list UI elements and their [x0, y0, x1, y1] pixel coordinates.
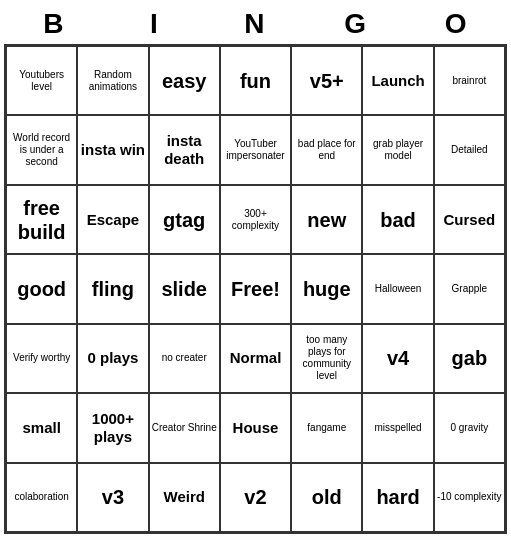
- cell-r3-c4: huge: [291, 254, 362, 323]
- cell-r3-c3: Free!: [220, 254, 291, 323]
- cell-r0-c6: brainrot: [434, 46, 505, 115]
- cell-r1-c1: insta win: [77, 115, 148, 184]
- title-letter: I: [105, 8, 206, 40]
- cell-r3-c1: fling: [77, 254, 148, 323]
- cell-r6-c5: hard: [362, 463, 433, 532]
- cell-r0-c0: Youtubers level: [6, 46, 77, 115]
- title-letter: B: [4, 8, 105, 40]
- cell-r6-c6: -10 complexity: [434, 463, 505, 532]
- cell-r2-c4: new: [291, 185, 362, 254]
- cell-r5-c2: Creator Shrine: [149, 393, 220, 462]
- bingo-header: BINGO: [4, 4, 507, 44]
- cell-r0-c2: easy: [149, 46, 220, 115]
- cell-r4-c1: 0 plays: [77, 324, 148, 393]
- cell-r0-c1: Random animations: [77, 46, 148, 115]
- cell-r3-c6: Grapple: [434, 254, 505, 323]
- cell-r3-c2: slide: [149, 254, 220, 323]
- cell-r4-c3: Normal: [220, 324, 291, 393]
- cell-r2-c3: 300+ complexity: [220, 185, 291, 254]
- bingo-grid: Youtubers levelRandom animationseasyfunv…: [4, 44, 507, 534]
- cell-r5-c1: 1000+ plays: [77, 393, 148, 462]
- cell-r3-c0: good: [6, 254, 77, 323]
- cell-r2-c1: Escape: [77, 185, 148, 254]
- cell-r4-c5: v4: [362, 324, 433, 393]
- title-letter: G: [306, 8, 407, 40]
- cell-r0-c3: fun: [220, 46, 291, 115]
- cell-r1-c3: YouTuber impersonater: [220, 115, 291, 184]
- cell-r6-c1: v3: [77, 463, 148, 532]
- cell-r2-c5: bad: [362, 185, 433, 254]
- cell-r4-c6: gab: [434, 324, 505, 393]
- cell-r4-c0: Verify worthy: [6, 324, 77, 393]
- cell-r0-c4: v5+: [291, 46, 362, 115]
- cell-r6-c0: colaboration: [6, 463, 77, 532]
- cell-r6-c2: Weird: [149, 463, 220, 532]
- cell-r6-c4: old: [291, 463, 362, 532]
- cell-r5-c0: small: [6, 393, 77, 462]
- title-letter: N: [205, 8, 306, 40]
- cell-r2-c6: Cursed: [434, 185, 505, 254]
- cell-r1-c4: bad place for end: [291, 115, 362, 184]
- cell-r5-c4: fangame: [291, 393, 362, 462]
- cell-r1-c0: World record is under a second: [6, 115, 77, 184]
- title-letter: O: [406, 8, 507, 40]
- cell-r5-c5: misspelled: [362, 393, 433, 462]
- cell-r2-c0: free build: [6, 185, 77, 254]
- cell-r1-c2: insta death: [149, 115, 220, 184]
- cell-r5-c3: House: [220, 393, 291, 462]
- cell-r0-c5: Launch: [362, 46, 433, 115]
- cell-r4-c4: too many plays for community level: [291, 324, 362, 393]
- cell-r5-c6: 0 gravity: [434, 393, 505, 462]
- cell-r4-c2: no creater: [149, 324, 220, 393]
- cell-r1-c6: Detailed: [434, 115, 505, 184]
- cell-r3-c5: Halloween: [362, 254, 433, 323]
- cell-r6-c3: v2: [220, 463, 291, 532]
- cell-r1-c5: grab player model: [362, 115, 433, 184]
- cell-r2-c2: gtag: [149, 185, 220, 254]
